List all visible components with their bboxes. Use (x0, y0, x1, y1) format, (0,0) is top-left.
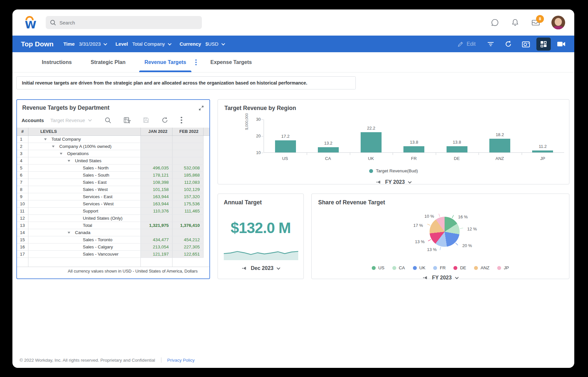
video-button[interactable] (554, 38, 568, 51)
expand-icon[interactable] (198, 105, 204, 111)
table-row[interactable]: 5Sales - North496,035532,008 (17, 164, 209, 171)
tab-menu-button[interactable] (195, 59, 197, 65)
table-row[interactable]: 6Sales - South178,121185,868 (17, 171, 209, 179)
table-row[interactable]: 12United States (Only) (17, 214, 209, 222)
table-row[interactable]: 3Operations (17, 150, 209, 157)
search-input[interactable] (59, 20, 190, 25)
value-cell-feb[interactable] (172, 157, 203, 164)
table-row[interactable]: 7Sales - East108,398112,083 (17, 179, 209, 186)
collapse-caret-icon[interactable] (60, 153, 62, 155)
pin-icon (242, 266, 248, 270)
refresh-icon[interactable] (161, 117, 169, 124)
legend-swatch (413, 266, 417, 270)
table-row[interactable]: 16Sales - Calgary213,054227,305 (17, 243, 209, 250)
value-cell-jan[interactable]: 496,035 (140, 164, 172, 171)
table-row[interactable]: 11Support110,376111,465 (17, 207, 209, 214)
value-cell-jan[interactable] (140, 214, 172, 222)
value-cell-feb[interactable]: 185,868 (172, 171, 203, 179)
table-row[interactable]: 4United States (17, 157, 209, 164)
value-cell-feb[interactable]: 532,008 (172, 164, 203, 171)
table-row[interactable]: 8Sales - West101,158102,129 (17, 186, 209, 193)
table-row[interactable]: 14Canada (17, 229, 209, 236)
notifications-button[interactable] (511, 18, 519, 27)
table-row[interactable]: 10Services - West163,944175,536 (17, 200, 209, 207)
value-cell-jan[interactable]: 110,376 (140, 207, 172, 214)
currency-dropdown[interactable]: $USD (205, 41, 224, 47)
value-cell-jan[interactable] (140, 229, 172, 236)
value-cell-feb[interactable] (172, 214, 203, 222)
search-icon[interactable] (105, 117, 111, 124)
collapse-caret-icon[interactable] (68, 160, 70, 162)
value-cell-jan[interactable] (140, 150, 172, 157)
filter-button[interactable] (483, 38, 498, 51)
table-row[interactable]: 17Sales - Vancouver121,197122,651 (17, 250, 209, 258)
dashboard-view-button[interactable] (536, 38, 551, 51)
table-row[interactable]: 9Services - East163,944157,320 (17, 193, 209, 200)
value-cell-jan[interactable]: 213,054 (140, 243, 172, 250)
global-search-bar[interactable] (46, 16, 202, 29)
value-cell-jan[interactable]: 163,944 (140, 200, 172, 207)
collapse-caret-icon[interactable] (52, 146, 55, 148)
accounts-label[interactable]: Accounts (22, 118, 44, 123)
value-cell-feb[interactable] (172, 150, 203, 157)
collapse-caret-icon[interactable] (44, 138, 47, 140)
pie-circle (430, 217, 460, 247)
value-cell-feb[interactable] (172, 135, 203, 143)
bar-value-label: 17.2 (281, 134, 289, 139)
col-header-feb[interactable]: FEB 2022 (172, 128, 203, 135)
value-cell-jan[interactable]: 121,197 (140, 250, 172, 258)
value-cell-feb[interactable]: 1,376,410 (172, 222, 203, 229)
value-cell-feb[interactable]: 111,465 (172, 207, 203, 214)
time-dropdown[interactable]: 3/31/2023 (79, 41, 106, 47)
time-label: Time (63, 41, 75, 47)
privacy-policy-link[interactable]: Privacy Policy (167, 358, 195, 363)
value-cell-jan[interactable]: 178,121 (140, 171, 172, 179)
value-cell-jan[interactable]: 101,158 (140, 186, 172, 193)
more-options-button[interactable] (181, 117, 182, 124)
table-row[interactable]: 2Company A (100% owned) (17, 143, 209, 150)
value-cell-feb[interactable]: 454,212 (172, 236, 203, 243)
value-cell-jan[interactable] (140, 143, 172, 150)
value-cell-jan[interactable]: 163,944 (140, 193, 172, 200)
collapse-caret-icon[interactable] (68, 232, 70, 234)
value-cell-feb[interactable]: 112,083 (172, 179, 203, 186)
tab-expense-targets[interactable]: Expense Targets (203, 52, 260, 72)
table-row[interactable]: 13Total1,321,9751,376,410 (17, 222, 209, 229)
tab-revenue-targets[interactable]: Revenue Targets (137, 52, 194, 72)
level-dropdown[interactable]: Total Company (132, 41, 171, 47)
pie-chart: 16 %12 %20 %13 %13 %17 %10 % (393, 207, 498, 265)
inbox-button[interactable]: 8 (531, 18, 540, 27)
col-header-levels[interactable]: LEVELS (28, 128, 140, 135)
table-row[interactable]: 1Total Company (17, 135, 209, 143)
value-cell-feb[interactable] (172, 143, 203, 150)
measure-dropdown[interactable]: Target Revenue (50, 118, 91, 123)
value-cell-feb[interactable]: 102,129 (172, 186, 203, 193)
value-cell-jan[interactable]: 434,477 (140, 236, 172, 243)
edit-button[interactable]: Edit (457, 41, 476, 47)
value-cell-feb[interactable]: 227,305 (172, 243, 203, 250)
user-avatar[interactable] (551, 16, 565, 29)
annual-period-selector[interactable]: Dec 2023 (224, 265, 298, 271)
value-cell-jan[interactable]: 108,398 (140, 179, 172, 186)
col-header-num[interactable]: # (17, 128, 28, 135)
bar-period-selector[interactable]: FY 2023 (224, 179, 563, 185)
value-cell-jan[interactable] (140, 157, 172, 164)
bar-US: 17.2 (264, 119, 307, 152)
value-cell-jan[interactable] (140, 135, 172, 143)
value-cell-jan[interactable]: 1,321,975 (140, 222, 172, 229)
tab-strategic-plan[interactable]: Strategic Plan (83, 52, 134, 72)
save-icon[interactable] (143, 117, 149, 123)
pie-period-selector[interactable]: FY 2023 (318, 275, 563, 281)
value-cell-feb[interactable]: 122,651 (172, 250, 203, 258)
tab-instructions[interactable]: Instructions (34, 52, 80, 72)
sheet-filter-icon[interactable] (123, 117, 131, 124)
value-cell-feb[interactable] (172, 229, 203, 236)
value-cell-feb[interactable]: 175,536 (172, 200, 203, 207)
col-header-jan[interactable]: JAN 2022 (140, 128, 172, 135)
chat-button[interactable] (491, 18, 499, 27)
table-row[interactable]: 15Sales - Toronto434,477454,212 (17, 236, 209, 243)
workday-logo[interactable]: W (23, 14, 38, 31)
value-cell-feb[interactable]: 157,320 (172, 193, 203, 200)
refresh-button[interactable] (501, 38, 515, 51)
snapshot-button[interactable] (519, 38, 533, 51)
